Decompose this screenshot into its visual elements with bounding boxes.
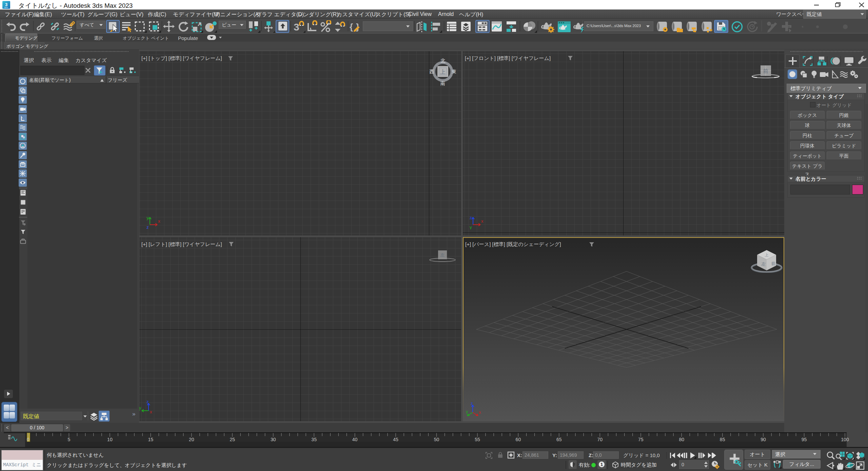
svg-text:北: 北	[440, 58, 445, 63]
svg-text:上: 上	[440, 69, 446, 75]
svg-text:y: y	[146, 215, 149, 220]
svg-text:左: 左	[761, 261, 766, 267]
svg-text:x: x	[150, 409, 152, 414]
svg-text:前: 前	[763, 68, 768, 74]
svg-text:z: z	[470, 215, 472, 220]
svg-text:{: {	[350, 22, 353, 32]
svg-text:y: y	[466, 409, 468, 414]
svg-text:x: x	[481, 219, 484, 224]
svg-text:3: 3	[294, 21, 299, 33]
svg-text:西: 西	[429, 69, 434, 74]
svg-text:z: z	[471, 402, 473, 406]
svg-text:x: x	[158, 219, 160, 224]
svg-text:東: 東	[452, 69, 456, 74]
svg-text:南: 南	[440, 81, 445, 86]
svg-text:MAX: MAX	[4, 6, 8, 8]
svg-text:上: 上	[765, 253, 769, 257]
svg-text:前: 前	[771, 261, 776, 266]
svg-text:z: z	[146, 225, 149, 229]
svg-text:y: y	[139, 405, 141, 410]
svg-text:y: y	[470, 225, 472, 229]
svg-text:x: x	[479, 410, 481, 415]
svg-text:左: 左	[440, 252, 445, 258]
svg-text:z: z	[146, 400, 149, 404]
